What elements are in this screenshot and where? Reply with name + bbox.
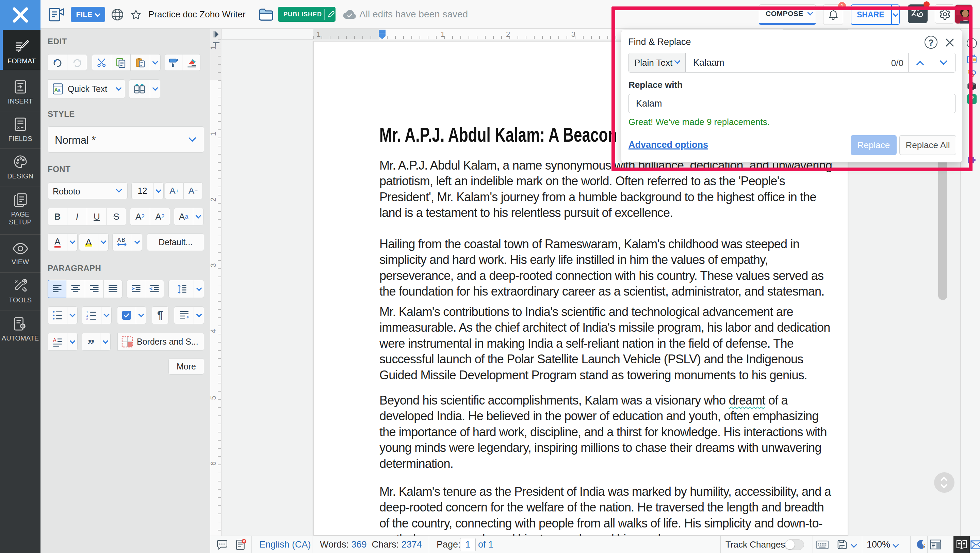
svg-text:3: 3 <box>86 317 88 320</box>
svg-text:2: 2 <box>86 314 88 317</box>
svg-text:a: a <box>58 88 60 92</box>
svg-text:A: A <box>53 337 56 343</box>
svg-text:1: 1 <box>86 311 88 314</box>
svg-text:A: A <box>118 237 121 243</box>
svg-text:B: B <box>122 237 125 243</box>
svg-text:A: A <box>54 87 58 92</box>
